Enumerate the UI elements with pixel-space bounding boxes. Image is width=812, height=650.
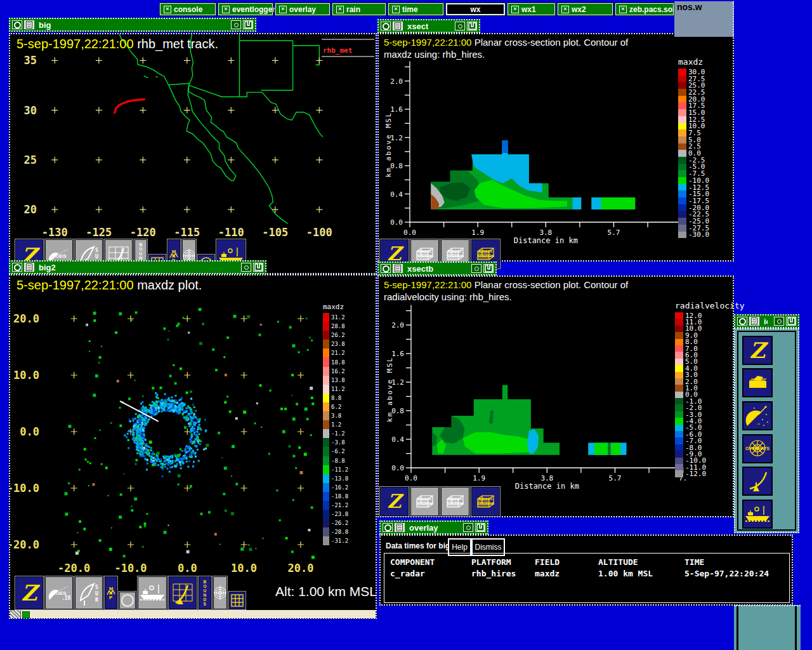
taskbar-button-console[interactable]: ×console bbox=[160, 3, 216, 15]
window-xsectb: 5-sep-1997,22:21:00 Planar cross-section… bbox=[377, 275, 734, 517]
grid-cross bbox=[96, 57, 102, 63]
cross-section-icon[interactable]: CROSSSECTION bbox=[471, 487, 500, 516]
minimize-icon[interactable] bbox=[455, 22, 465, 30]
radar-ppi-plot[interactable]: 20.010.00.0-10.0-20.0-20.0-10.00.010.020… bbox=[10, 275, 376, 612]
tx-100w-border bbox=[316, 46, 320, 65]
titlebar-xsectb[interactable]: xsectb bbox=[377, 262, 497, 275]
scrollbar-grip[interactable] bbox=[10, 610, 21, 618]
radar-antenna-icon[interactable] bbox=[742, 467, 773, 496]
document-icon[interactable] bbox=[24, 20, 34, 29]
minimize-icon[interactable] bbox=[241, 263, 251, 272]
titlebar-icons[interactable]: ico bbox=[734, 314, 799, 328]
document-icon[interactable] bbox=[24, 263, 34, 272]
table-header: FIELD bbox=[535, 557, 560, 567]
window-menu-icon[interactable] bbox=[737, 317, 747, 326]
rings-icon[interactable] bbox=[213, 576, 227, 609]
color-swatch bbox=[675, 319, 683, 325]
document-icon[interactable] bbox=[395, 523, 405, 532]
x-tick-label: 5.7 bbox=[608, 229, 620, 237]
xsectb-title-line2: radialvelocity using: rhb_hires. bbox=[384, 291, 512, 302]
satellite-dish-icon[interactable] bbox=[742, 401, 773, 430]
restore-icon[interactable] bbox=[786, 317, 796, 326]
document-icon[interactable] bbox=[393, 22, 403, 30]
restore-icon[interactable] bbox=[253, 263, 263, 272]
zebra-logo-icon[interactable]: Z bbox=[742, 336, 773, 365]
color-swatch bbox=[678, 197, 686, 204]
taskbar-button-wx[interactable]: wx bbox=[446, 3, 505, 15]
grid-cross bbox=[316, 57, 322, 63]
titlebar-big2[interactable]: big2 bbox=[9, 260, 266, 274]
color-swatch bbox=[678, 69, 686, 76]
y-tick-label: 10.0 bbox=[13, 369, 39, 381]
status-strip[interactable] bbox=[10, 610, 376, 618]
ship-icon[interactable] bbox=[742, 500, 773, 529]
color-swatch bbox=[675, 378, 683, 385]
goes-ir-icon[interactable]: GOES.IR bbox=[45, 576, 73, 609]
titlebar-overlay[interactable]: overlay bbox=[379, 521, 488, 534]
x-tick-label: -105 bbox=[262, 226, 288, 239]
radar-grid-icon[interactable] bbox=[169, 576, 197, 609]
restore-icon[interactable] bbox=[475, 523, 485, 532]
bounds-icon[interactable]: BOUNDS bbox=[199, 576, 211, 609]
document-icon[interactable] bbox=[393, 264, 403, 273]
grid-icon[interactable] bbox=[229, 592, 246, 609]
taskbar-button-time[interactable]: ×time bbox=[388, 3, 443, 15]
window-menu-icon[interactable] bbox=[381, 264, 391, 273]
x-tick-label: -10.0 bbox=[114, 562, 147, 574]
restore-icon[interactable] bbox=[467, 22, 477, 30]
restore-icon[interactable] bbox=[243, 20, 253, 29]
zebra-logo-icon[interactable]: Z bbox=[380, 487, 409, 516]
taskbar-button-overlay[interactable]: ×overlay bbox=[275, 3, 330, 15]
color-swatch bbox=[678, 150, 686, 157]
color-swatch bbox=[323, 367, 329, 376]
minimize-icon[interactable] bbox=[231, 20, 241, 29]
window-menu-icon[interactable] bbox=[12, 263, 22, 272]
taskbar-button-rain[interactable]: ×rain bbox=[332, 3, 386, 15]
cross-section-icon[interactable]: CROSSSECTION bbox=[441, 487, 469, 516]
big2-colorbar: maxdz31.228.826.223.821.218.816.213.811.… bbox=[323, 303, 348, 545]
x-tick-label: -130 bbox=[42, 226, 68, 239]
color-swatch bbox=[323, 340, 329, 348]
color-swatch bbox=[678, 164, 686, 171]
grid-cross bbox=[298, 428, 304, 435]
overlays-icon[interactable]: OVERLAYS bbox=[742, 434, 773, 463]
color-swatch bbox=[675, 437, 683, 444]
table-header: TIME bbox=[684, 557, 704, 567]
taskbar-button-zeb.pacs.sol[interactable]: ×zeb.pacs.sol bbox=[615, 3, 674, 15]
minimize-icon[interactable] bbox=[774, 317, 784, 326]
map-icon[interactable]: MAP bbox=[105, 576, 117, 609]
colorbar-value: 11.2 bbox=[331, 386, 345, 392]
titlebar-big[interactable]: big bbox=[9, 18, 256, 32]
colorbar-entry: -23.8 bbox=[323, 510, 348, 519]
color-swatch bbox=[675, 339, 683, 345]
cross-section-icon[interactable]: CROSSSECTION bbox=[410, 487, 439, 516]
zebra-logo-icon[interactable]: Z bbox=[15, 576, 43, 609]
color-swatch bbox=[678, 157, 686, 164]
color-swatch bbox=[323, 322, 329, 331]
radar-sur-icon[interactable]: SUR bbox=[75, 576, 103, 609]
checkbox-icon: × bbox=[336, 6, 344, 13]
color-swatch bbox=[323, 411, 329, 420]
color-swatch bbox=[675, 365, 683, 371]
print-icon[interactable]: PRINT bbox=[742, 368, 773, 397]
taskbar-button-wx2[interactable]: ×wx2 bbox=[558, 3, 613, 15]
restore-icon[interactable] bbox=[483, 264, 494, 273]
window-menu-icon[interactable] bbox=[381, 22, 391, 30]
window-menu-icon[interactable] bbox=[12, 20, 22, 29]
circle-icon[interactable] bbox=[119, 592, 136, 609]
taskbar-button-eventlogger[interactable]: ×eventlogger bbox=[218, 3, 273, 15]
document-icon[interactable] bbox=[749, 317, 759, 326]
color-swatch bbox=[678, 232, 686, 239]
contour-region bbox=[608, 443, 611, 455]
ship-icon[interactable] bbox=[138, 576, 167, 609]
colorbar-value: -21.2 bbox=[331, 502, 348, 508]
grid-cross bbox=[140, 157, 146, 163]
colorbar-entry: -1.2 bbox=[323, 429, 348, 438]
titlebar-xsect[interactable]: xsect bbox=[377, 19, 480, 33]
map-plot[interactable]: -130-125-120-115-110-105-10035302520rhb_… bbox=[10, 34, 376, 273]
window-menu-icon[interactable] bbox=[383, 523, 393, 532]
minimize-icon[interactable] bbox=[471, 264, 481, 273]
minimize-icon[interactable] bbox=[463, 523, 473, 532]
window-nosw[interactable]: nos.w bbox=[674, 1, 734, 37]
taskbar-button-wx1[interactable]: ×wx1 bbox=[508, 3, 555, 15]
